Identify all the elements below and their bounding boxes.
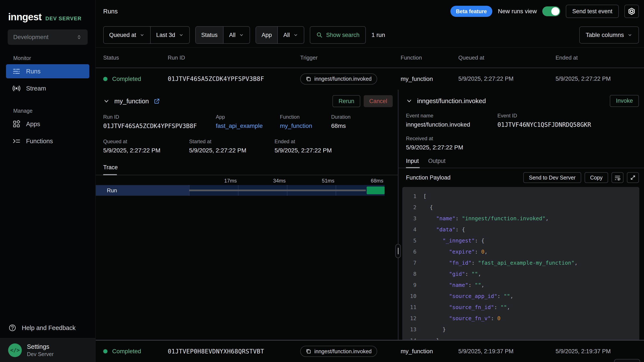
tab-output[interactable]: Output — [428, 157, 446, 168]
trigger-pill[interactable]: inngest/function.invoked — [300, 73, 377, 85]
send-to-dev-server-button[interactable]: Send to Dev Server — [523, 172, 581, 183]
function-link[interactable]: my_function — [280, 123, 331, 129]
ended-at-field: Ended at 5/9/2025, 2:27:22 PM — [274, 139, 390, 154]
duration-field: Duration 68ms — [331, 114, 390, 130]
rerun-button[interactable]: Rerun — [332, 95, 360, 107]
status-filter-label: Status — [196, 27, 223, 43]
event-icon — [306, 349, 311, 354]
io-tabs: Input Output — [398, 157, 644, 169]
chevron-down-icon — [140, 32, 145, 37]
col-header-status: Status — [96, 54, 168, 61]
app-filter-group: App All — [256, 26, 304, 44]
trace-run-row[interactable]: Run — [96, 185, 384, 196]
panel-resize-handle[interactable] — [395, 244, 401, 258]
app-field: App fast_api_example — [216, 114, 280, 130]
run-id-field: Run ID 01JTVF46SA5ZCDK4YPFSPV3B8F — [103, 114, 216, 130]
inngest-logo: inngest — [8, 11, 42, 23]
settings-title: Settings — [27, 343, 54, 350]
expand-button[interactable] — [627, 172, 639, 183]
payload-title: Function Payload — [406, 174, 451, 181]
function-field: Function my_function — [280, 114, 331, 130]
table-row[interactable]: Completed 01JTVF46SA5ZCDK4YPFSPV3B8F inn… — [96, 68, 644, 90]
axis-tick: 34ms — [273, 178, 286, 184]
ended-at-cell: 5/9/2025, 2:27:22 PM — [556, 76, 644, 82]
trigger-pill[interactable]: inngest/function.invoked — [300, 346, 377, 357]
status-dot-completed — [103, 349, 108, 354]
sidebar-item-label: Functions — [26, 138, 53, 145]
run-header: my_function Rerun Cancel — [103, 95, 393, 108]
status-filter-dropdown[interactable]: All — [223, 27, 250, 43]
started-at-field: Started at 5/9/2025, 2:27:22 PM — [189, 139, 274, 154]
word-wrap-button[interactable] — [612, 172, 624, 183]
collapse-chevron-icon[interactable] — [406, 98, 412, 104]
time-filter-group: Queued at Last 3d — [103, 26, 190, 44]
trace-tabs: Trace — [96, 163, 398, 175]
search-icon — [316, 32, 323, 38]
settings-gear-button[interactable] — [624, 5, 639, 18]
filter-bar: Queued at Last 3d Status All — [96, 23, 644, 47]
event-actions: Invoke — [610, 95, 639, 107]
time-range-value: Last 3d — [156, 32, 175, 38]
trace-queue-bar — [189, 189, 366, 191]
received-at-field: Received at 5/9/2025, 2:27:22 PM — [406, 136, 636, 151]
settings-entry[interactable]: </> Settings Dev Server — [0, 338, 95, 362]
table-header: Status Run ID Trigger Function Queued at… — [96, 47, 644, 68]
table-row[interactable]: Completed 01JTVEP0H8EVDNYXH68QRSTVBT inn… — [96, 340, 644, 362]
tab-trace[interactable]: Trace — [103, 163, 118, 175]
col-header-ended-at: Ended at — [556, 54, 644, 61]
axis-tick: 68ms — [371, 178, 383, 184]
copy-button[interactable]: Copy — [584, 172, 608, 183]
trace-span-label[interactable]: Run — [96, 185, 189, 196]
payload-header: Function Payload Send to Dev Server Copy — [398, 168, 644, 187]
time-range-dropdown[interactable]: Last 3d — [150, 27, 189, 43]
sidebar-item-runs[interactable]: Runs — [6, 64, 89, 78]
chevron-down-icon — [239, 32, 244, 37]
app-link[interactable]: fast_api_example — [216, 123, 280, 129]
status-filter-group: Status All — [195, 26, 250, 44]
queued-at-field: Queued at 5/9/2025, 2:27:22 PM — [103, 139, 189, 154]
trace-execution-bar[interactable] — [367, 186, 384, 194]
help-and-feedback[interactable]: Help and Feedback — [0, 318, 95, 338]
cancel-button[interactable]: Cancel — [364, 95, 393, 107]
workspace-select[interactable]: Development — [8, 29, 88, 45]
queued-at-cell: 5/9/2025, 2:27:22 PM — [458, 76, 556, 82]
tab-input[interactable]: Input — [406, 157, 419, 168]
sidebar-section-manage: Manage — [13, 108, 95, 114]
invoke-button[interactable]: Invoke — [610, 95, 639, 107]
trace-timeline — [189, 185, 384, 196]
sidebar-item-apps[interactable]: Apps — [6, 117, 89, 131]
run-status-cell: Completed — [96, 76, 168, 82]
trigger-cell: inngest/function.invoked — [300, 73, 401, 85]
sidebar-item-stream[interactable]: Stream — [6, 81, 89, 95]
show-search-button[interactable]: Show search — [310, 26, 366, 44]
send-test-event-button[interactable]: Send test event — [566, 5, 619, 18]
results-count: 1 run — [371, 32, 385, 38]
status-label: Completed — [112, 348, 141, 355]
status-filter-value: All — [229, 32, 236, 38]
topbar-actions: Beta feature New runs view Send test eve… — [450, 5, 639, 18]
payload-code-editor[interactable]: 1[2 {3 "name": "inngest/function.invoked… — [402, 187, 639, 340]
table-columns-wrapper: Table columns — [579, 26, 639, 43]
app-filter-label: App — [256, 27, 277, 43]
col-header-queued-at: Queued at — [458, 54, 556, 61]
run-id-cell: 01JTVEP0H8EVDNYXH68QRSTVBT — [168, 348, 300, 355]
event-meta-row: Event name inngest/function.invoked Even… — [406, 113, 636, 128]
stream-icon — [12, 84, 20, 92]
show-search-label: Show search — [326, 32, 360, 38]
collapse-chevron-icon[interactable] — [103, 98, 110, 104]
table-columns-button[interactable]: Table columns — [579, 26, 639, 43]
workspace-select-value: Development — [13, 34, 48, 40]
brand: inngest DEV SERVER — [0, 0, 95, 23]
corner-button[interactable] — [614, 359, 640, 362]
event-name-field: Event name inngest/function.invoked — [406, 113, 498, 128]
new-runs-view-toggle[interactable] — [542, 6, 560, 16]
sidebar-item-functions[interactable]: Functions — [6, 134, 89, 148]
trace-time-axis: 17ms 34ms 51ms 68ms — [96, 175, 398, 185]
app-filter-value: All — [283, 32, 290, 38]
external-link-icon[interactable] — [154, 98, 160, 104]
status-dot-completed — [103, 77, 108, 81]
app-filter-dropdown[interactable]: All — [277, 27, 304, 43]
app-root: inngest DEV SERVER Development Monitor R… — [0, 0, 644, 362]
function-cell: my_function — [401, 348, 458, 355]
time-field-dropdown[interactable]: Queued at — [104, 27, 150, 43]
